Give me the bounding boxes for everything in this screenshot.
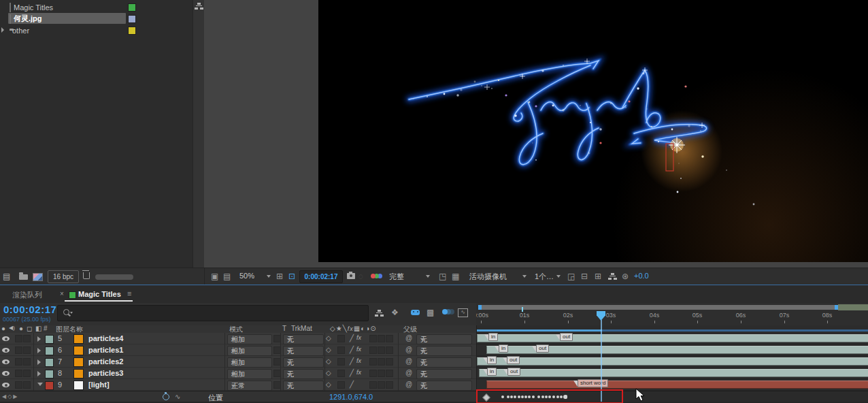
tab-magic-titles[interactable]: Magic Titles	[78, 290, 121, 298]
switch-cell[interactable]	[23, 346, 31, 354]
trkmat-dropdown[interactable]: 无	[283, 334, 324, 344]
motion-blur-switch-icon[interactable]: ╱	[350, 334, 354, 342]
label-color-chip[interactable]	[45, 335, 54, 344]
quality-icon[interactable]: ◇	[326, 334, 331, 342]
snapshot-icon[interactable]	[347, 273, 355, 279]
quality-icon[interactable]: ◇	[326, 346, 331, 353]
graph-icon[interactable]: ∿	[175, 393, 180, 400]
grid-guides-icon[interactable]: ⊞	[276, 272, 283, 281]
trkmat-dropdown[interactable]: 无	[283, 381, 324, 391]
layer-name[interactable]: particles3	[88, 369, 123, 377]
layer-marker[interactable]: out	[503, 356, 520, 364]
stopwatch-icon[interactable]	[163, 393, 169, 400]
layer-duration-bar[interactable]	[477, 357, 868, 366]
project-item-name[interactable]: other	[12, 27, 29, 35]
bit-depth-button[interactable]: 16 bpc	[48, 270, 79, 283]
switch-cell[interactable]	[386, 381, 393, 389]
draft-3d-icon[interactable]: ❖	[391, 308, 399, 317]
hide-shy-layers-icon[interactable]	[411, 310, 420, 315]
fx-icon[interactable]: fx	[356, 346, 361, 353]
new-composition-icon[interactable]	[33, 273, 43, 281]
motion-blur-icon[interactable]	[442, 309, 454, 316]
label-color-swatch[interactable]	[128, 3, 136, 12]
parent-pickwhip-icon[interactable]: @	[405, 381, 412, 388]
layer-name[interactable]: particles1	[88, 346, 123, 354]
work-area-start-handle[interactable]	[478, 305, 482, 310]
layer-marker[interactable]: out	[556, 333, 573, 341]
search-chevron-icon[interactable]	[70, 312, 73, 315]
label-color-swatch[interactable]	[128, 15, 136, 23]
parent-dropdown[interactable]: 无	[416, 357, 472, 368]
layer-marker[interactable]: short word	[573, 379, 608, 387]
switch-cell[interactable]	[23, 370, 31, 377]
tab-render-queue[interactable]: 渲染队列	[12, 290, 42, 300]
eye-icon[interactable]	[2, 371, 10, 376]
eye-icon[interactable]	[2, 359, 10, 364]
switch-cell[interactable]	[378, 335, 385, 342]
parent-pickwhip-icon[interactable]: @	[405, 357, 412, 365]
fx-icon[interactable]: fx	[356, 357, 361, 364]
view-layout-value[interactable]: 1个…	[535, 272, 554, 282]
layer-marker[interactable]: out	[532, 344, 549, 353]
resolution-chevron-icon[interactable]	[426, 275, 430, 280]
motion-blur-switch-icon[interactable]: ╱	[350, 346, 354, 353]
graph-editor-icon[interactable]: ∿	[458, 308, 468, 317]
project-scrollbar[interactable]	[95, 274, 133, 280]
trkmat-dropdown[interactable]: 无	[283, 369, 324, 379]
layer-track[interactable]: inout	[477, 368, 868, 379]
trkmat-dropdown[interactable]: 无	[283, 357, 324, 368]
switch-cell[interactable]	[15, 358, 22, 366]
fx-icon[interactable]: fx	[356, 334, 361, 341]
motion-blur-switch-icon[interactable]: ╱	[350, 381, 354, 388]
switch-cell[interactable]	[337, 346, 345, 354]
label-color-chip[interactable]	[45, 381, 54, 390]
switch-cell[interactable]	[378, 358, 385, 366]
switch-cell[interactable]	[337, 370, 345, 377]
frame-blending-icon[interactable]: ▩	[427, 308, 434, 317]
parent-dropdown[interactable]: 无	[416, 381, 472, 391]
layer-marker[interactable]: out	[503, 368, 520, 376]
mini-flowchart-icon[interactable]	[608, 273, 617, 280]
parent-dropdown[interactable]: 无	[416, 346, 472, 356]
parent-dropdown[interactable]: 无	[416, 369, 472, 379]
mode-dropdown[interactable]: 相加	[227, 346, 272, 356]
layer-track[interactable]: inout	[477, 333, 868, 344]
mode-dropdown[interactable]: 相加	[227, 334, 272, 344]
region-of-interest-icon[interactable]: ◳	[439, 272, 446, 281]
t-column-header[interactable]: T	[282, 325, 286, 332]
eye-icon[interactable]	[2, 383, 10, 387]
layer-row[interactable]: 5particles4相加无◇╱fx@无	[0, 333, 476, 344]
project-item[interactable]: Magic Titles	[0, 1, 193, 13]
layer-row[interactable]: 6particles1相加无◇╱fx@无	[0, 344, 476, 356]
layer-name[interactable]: [light]	[88, 381, 110, 389]
switch-cell[interactable]	[386, 370, 393, 377]
eye-icon[interactable]	[2, 336, 10, 341]
switch-cell[interactable]	[369, 346, 377, 354]
motion-blur-switch-icon[interactable]: ╱	[350, 369, 354, 376]
quality-icon[interactable]: ◇	[326, 381, 331, 388]
switch-cell[interactable]	[15, 346, 22, 354]
keyframe-navigator[interactable]: ◀◇▶	[2, 393, 18, 400]
layer-row[interactable]: 7particles2相加无◇╱fx@无	[0, 356, 476, 368]
switch-cell[interactable]	[378, 370, 385, 377]
magnification-value[interactable]: 50%	[239, 272, 254, 280]
exposure-value[interactable]: +0.0	[634, 272, 649, 280]
expand-arrow-icon[interactable]	[37, 336, 41, 342]
switch-cell[interactable]	[337, 381, 345, 389]
switch-cell[interactable]	[15, 370, 22, 377]
pixel-aspect-icon[interactable]: ⊟	[581, 272, 588, 281]
layer-marker[interactable]: in	[483, 368, 497, 376]
label-color-chip[interactable]	[45, 370, 54, 378]
search-icon[interactable]	[63, 309, 69, 315]
switch-cell[interactable]	[386, 358, 393, 366]
parent-dropdown[interactable]: 无	[416, 334, 472, 344]
project-item-name[interactable]: 何灵.jpg	[14, 14, 42, 24]
current-timecode[interactable]: 0:00:02:17	[3, 304, 56, 315]
label-color-chip[interactable]	[45, 358, 54, 367]
layer-duration-bar[interactable]	[477, 334, 868, 342]
camera-view-chevron-icon[interactable]	[522, 275, 527, 280]
composition-mini-flowchart-icon[interactable]	[375, 310, 384, 317]
expand-arrow-icon[interactable]	[37, 348, 41, 353]
layer-name[interactable]: particles2	[88, 357, 123, 366]
layer-row[interactable]: 9[light]正常无◇╱@无	[0, 379, 476, 391]
